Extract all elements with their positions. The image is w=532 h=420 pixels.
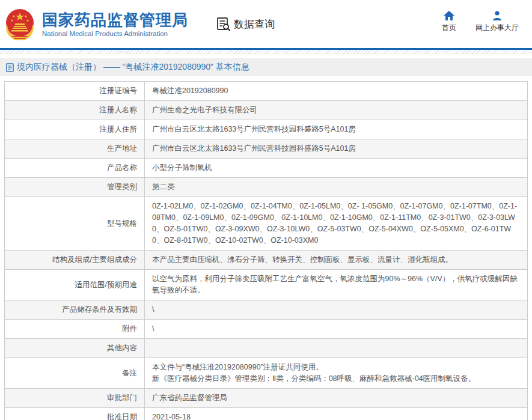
row-label: 生产地址 [5, 139, 145, 159]
row-value: 本文件与“粤械注准20192080990”注册证共同使用。新《医疗器械分类目录》… [145, 358, 528, 389]
row-label: 产品储存条件及有效期 [5, 300, 145, 320]
table-row: 生产地址广州市白云区北太路1633号广州民营科技园科盛路5号A101房 [5, 139, 528, 159]
row-value: 本产品主要由压缩机、沸石分子筛、转换开关、控制面板、显示板、流量计、湿化瓶组成。 [145, 251, 528, 270]
row-label: 产品名称 [5, 159, 145, 178]
table-row: 注册人名称广州生命之光电子科技有限公司 [5, 101, 528, 120]
data-query-tab[interactable]: 数据查询 [216, 17, 275, 31]
nav-item-service-hall[interactable]: 网上办事大厅 [475, 11, 519, 33]
table-row: 型号规格0Z-1-02LM0、0Z-1-02GM0、0Z-1-04TM0、0Z-… [5, 197, 528, 251]
table-row: 产品名称小型分子筛制氧机 [5, 159, 528, 178]
table-row: 附件\ [5, 320, 528, 339]
row-label: 附件 [5, 320, 145, 339]
user-icon [492, 11, 503, 20]
table-row: 批准日期2021-05-18 [5, 408, 528, 420]
table-wrap: 注册证编号粤械注准20192080990注册人名称广州生命之光电子科技有限公司注… [4, 81, 528, 420]
row-label: 型号规格 [5, 197, 145, 251]
row-label: 注册证编号 [5, 82, 145, 101]
table-row: 产品储存条件及有效期\ [5, 300, 528, 320]
row-value [145, 339, 528, 358]
brand-block: 国家药品监督管理局 National Medical Products Admi… [42, 11, 188, 37]
header-nav: 首页 网上办事大厅 [442, 11, 519, 33]
row-label: 结构及组成/主要组成成分 [5, 251, 145, 270]
nav-item-home[interactable]: 首页 [442, 11, 456, 33]
row-label: 管理类别 [5, 178, 145, 197]
table-row: 适用范围/预期用途以空气为原料，利用分子筛变压吸附工艺生产富氧空气，氧浓度范围为… [5, 270, 528, 300]
row-value: \ [145, 300, 528, 320]
row-label: 审批部门 [5, 389, 145, 408]
row-value: 0Z-1-02LM0、0Z-1-02GM0、0Z-1-04TM0、0Z-1-05… [145, 197, 528, 251]
row-label: 批准日期 [5, 408, 145, 420]
table-row: 结构及组成/主要组成成分本产品主要由压缩机、沸石分子筛、转换开关、控制面板、显示… [5, 251, 528, 270]
brand-title: 国家药品监督管理局 [42, 11, 188, 29]
table-row: 备注本文件与“粤械注准20192080990”注册证共同使用。新《医疗器械分类目… [5, 358, 528, 389]
national-emblem-logo[interactable] [5, 8, 35, 40]
nav-item-label: 网上办事大厅 [475, 23, 519, 33]
home-icon [444, 11, 454, 20]
page-title: 境内医疗器械（注册） —— “粤械注准20192080990” 基本信息 [17, 62, 249, 73]
row-value: 广州市白云区北太路1633号广州民营科技园科盛路5号A101房 [145, 120, 528, 139]
row-label: 备注 [5, 358, 145, 389]
national-emblem-icon [5, 8, 35, 40]
nav-item-label: 首页 [442, 23, 456, 33]
info-table-body: 注册证编号粤械注准20192080990注册人名称广州生命之光电子科技有限公司注… [5, 82, 528, 420]
table-row: 审批部门广东省药品监督管理局 [5, 389, 528, 408]
row-value: 粤械注准20192080990 [145, 82, 528, 101]
table-row: 其他内容 [5, 339, 528, 358]
document-search-icon [216, 17, 231, 31]
row-value: \ [145, 320, 528, 339]
row-value: 广州市白云区北太路1633号广州民营科技园科盛路5号A101房 [145, 139, 528, 159]
document-icon [6, 63, 14, 72]
hatch-strip [0, 50, 532, 54]
brand-subtitle: National Medical Products Administration [42, 30, 188, 37]
data-query-label: 数据查询 [234, 17, 275, 31]
info-table: 注册证编号粤械注准20192080990注册人名称广州生命之光电子科技有限公司注… [4, 81, 528, 420]
row-label: 适用范围/预期用途 [5, 270, 145, 300]
row-value: 广东省药品监督管理局 [145, 389, 528, 408]
table-row: 管理类别第二类 [5, 178, 528, 197]
table-row: 注册人住所广州市白云区北太路1633号广州民营科技园科盛路5号A101房 [5, 120, 528, 139]
row-value: 小型分子筛制氧机 [145, 159, 528, 178]
row-value: 第二类 [145, 178, 528, 197]
table-row: 注册证编号粤械注准20192080990 [5, 82, 528, 101]
row-label: 注册人名称 [5, 101, 145, 120]
row-value: 以空气为原料，利用分子筛变压吸附工艺生产富氧空气，氧浓度范围为90%～96%（V… [145, 270, 528, 300]
row-value: 2021-05-18 [145, 408, 528, 420]
row-label: 注册人住所 [5, 120, 145, 139]
row-label: 其他内容 [5, 339, 145, 358]
row-value: 广州生命之光电子科技有限公司 [145, 101, 528, 120]
title-bar: 境内医疗器械（注册） —— “粤械注准20192080990” 基本信息 [0, 58, 532, 76]
site-header: 国家药品监督管理局 National Medical Products Admi… [0, 0, 532, 48]
